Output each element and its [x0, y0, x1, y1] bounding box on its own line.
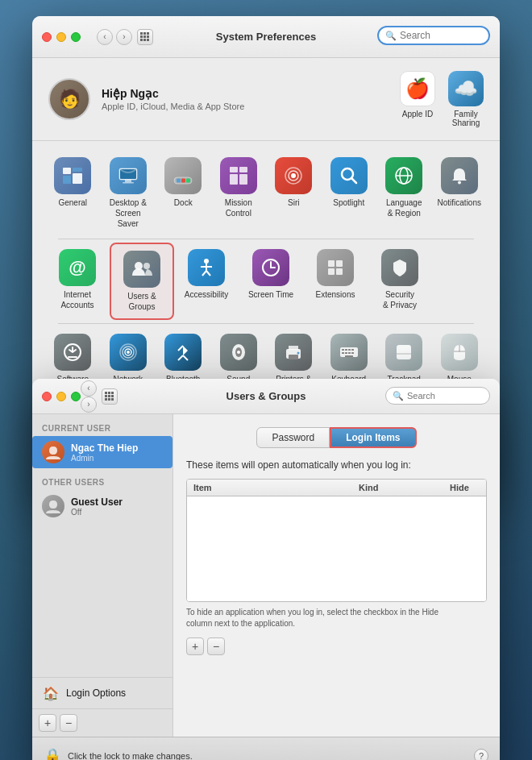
svg-rect-65 [345, 349, 347, 351]
login-options-item[interactable]: 🏠 Login Options [32, 677, 172, 708]
pref-notifications[interactable]: Notifications [432, 151, 488, 235]
sysprefs-search[interactable]: 🔍 [377, 26, 490, 45]
divider-2 [58, 323, 474, 324]
svg-rect-64 [342, 349, 344, 351]
trackpad-icon [385, 334, 422, 371]
user-info: Hiệp Ngạc Apple ID, iCloud, Media & App … [102, 87, 389, 111]
svg-line-42 [206, 271, 210, 276]
siri-label: Siri [288, 197, 299, 208]
bluetooth-icon [164, 334, 202, 371]
pref-screentime[interactable]: Screen Time [239, 243, 303, 320]
forward-button-2[interactable]: › [81, 397, 97, 413]
svg-rect-69 [345, 352, 347, 354]
remove-item-button[interactable]: − [207, 637, 225, 655]
svg-rect-103 [108, 398, 110, 401]
close-button-2[interactable] [42, 392, 52, 401]
grid-view-button-2[interactable] [102, 388, 118, 405]
pref-spotlight[interactable]: Spotlight [322, 151, 377, 235]
pref-desktop[interactable]: Desktop &Screen Saver [101, 151, 156, 235]
pref-internet[interactable]: @ InternetAccounts [45, 243, 110, 320]
apple-id-button[interactable]: 🍎 Apple ID [400, 71, 435, 127]
desktop-icon [110, 157, 147, 194]
back-button-2[interactable]: ‹ [81, 380, 97, 397]
back-button[interactable]: ‹ [97, 29, 113, 45]
dock-label: Dock [174, 197, 193, 208]
user-profile-area: 🧑 Hiệp Ngạc Apple ID, iCloud, Media & Ap… [32, 58, 500, 141]
col-kind-header: Kind [359, 483, 439, 492]
network-icon [110, 334, 147, 371]
screentime-icon [252, 249, 289, 286]
svg-rect-21 [181, 179, 185, 183]
user-item-admin[interactable]: Ngac The Hiep Admin [32, 436, 172, 468]
pref-accessibility[interactable]: Accessibility [174, 243, 239, 320]
language-icon [385, 157, 422, 194]
close-button[interactable] [42, 32, 52, 42]
spotlight-label: Spotlight [333, 197, 364, 208]
pref-language[interactable]: Language& Region [376, 151, 432, 235]
svg-rect-3 [140, 35, 143, 38]
users-titlebar: ‹ › Users & Groups 🔍 [32, 379, 500, 414]
desktop-label: Desktop &Screen Saver [104, 197, 153, 229]
maximize-button-2[interactable] [71, 392, 81, 401]
nav-buttons-2: ‹ › [81, 380, 97, 413]
svg-point-35 [458, 181, 461, 185]
grid-view-button[interactable] [137, 29, 153, 45]
minimize-button-2[interactable] [56, 392, 66, 401]
svg-rect-71 [351, 352, 354, 354]
general-label: General [58, 197, 87, 208]
add-user-button[interactable]: + [39, 714, 56, 732]
svg-rect-26 [239, 174, 247, 185]
pref-dock[interactable]: Dock [156, 151, 211, 235]
svg-rect-10 [63, 176, 71, 184]
tab-password[interactable]: Password [256, 427, 330, 448]
family-sharing-label: FamilySharing [452, 110, 480, 127]
search-icon-2: 🔍 [393, 391, 404, 401]
pref-general[interactable]: General [45, 151, 101, 235]
software-icon [54, 334, 91, 371]
family-sharing-button[interactable]: ☁️ FamilySharing [448, 71, 484, 127]
profile-actions: 🍎 Apple ID ☁️ FamilySharing [400, 71, 484, 127]
mission-icon [220, 157, 257, 194]
svg-point-29 [291, 173, 296, 178]
users-sidebar: Current User Ngac The Hiep Admin Other U… [32, 414, 173, 737]
svg-rect-0 [140, 32, 143, 35]
svg-rect-67 [351, 349, 354, 351]
svg-rect-1 [143, 32, 146, 35]
sidebar-controls: + − [32, 708, 172, 737]
svg-rect-6 [140, 39, 143, 41]
mouse-icon [441, 334, 478, 371]
apple-id-label: Apple ID [402, 110, 433, 118]
pref-siri[interactable]: Siri [266, 151, 322, 235]
pref-extensions[interactable]: Extensions [303, 243, 368, 320]
sound-icon [220, 334, 257, 371]
pref-mission[interactable]: MissionControl [211, 151, 267, 235]
svg-point-62 [297, 352, 300, 355]
svg-rect-102 [105, 398, 107, 401]
svg-point-58 [237, 351, 240, 354]
svg-point-37 [143, 263, 150, 269]
maximize-button[interactable] [71, 32, 81, 42]
security-icon [381, 249, 418, 286]
user-item-guest[interactable]: Guest User Off [32, 490, 172, 522]
add-item-button[interactable]: + [186, 637, 204, 655]
svg-rect-98 [111, 392, 114, 394]
pref-users[interactable]: Users &Groups [110, 243, 174, 320]
printers-icon [275, 334, 312, 371]
user-subtitle: Apple ID, iCloud, Media & App Store [102, 102, 389, 111]
tab-login-items[interactable]: Login Items [330, 427, 416, 448]
language-label: Language& Region [386, 197, 422, 218]
minimize-button[interactable] [56, 32, 66, 42]
search-input[interactable] [400, 30, 482, 41]
users-search-input[interactable] [407, 391, 483, 401]
help-button[interactable]: ? [474, 749, 488, 761]
svg-rect-66 [348, 349, 351, 351]
tab-bar: Password Login Items [186, 427, 487, 448]
pref-security[interactable]: Security& Privacy [368, 243, 432, 320]
forward-button[interactable]: › [116, 29, 132, 45]
users-search[interactable]: 🔍 [385, 387, 490, 405]
sysprefs-titlebar: ‹ › System Preferences 🔍 [32, 16, 500, 58]
users-groups-window: ‹ › Users & Groups 🔍 Current [32, 379, 500, 760]
remove-user-button[interactable]: − [60, 714, 77, 732]
svg-rect-104 [111, 398, 114, 401]
lock-icon[interactable]: 🔒 [44, 747, 61, 761]
